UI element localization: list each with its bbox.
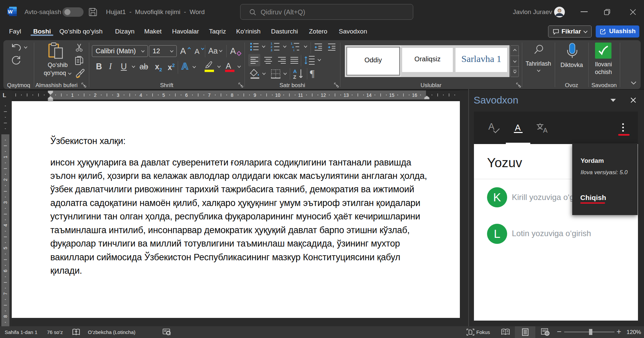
svg-text:6: 6 [3, 269, 8, 272]
svg-text:2: 2 [3, 178, 8, 181]
svg-text:5: 5 [3, 247, 8, 249]
svg-text:14: 14 [366, 92, 372, 97]
svg-text:A: A [293, 68, 297, 74]
svg-text:7: 7 [208, 92, 211, 97]
svg-text:13: 13 [343, 92, 349, 97]
svg-text:11: 11 [298, 92, 303, 97]
svg-text:12: 12 [321, 92, 326, 97]
svg-text:3: 3 [271, 49, 272, 51]
svg-text:4: 4 [140, 92, 142, 97]
svg-text:2: 2 [94, 92, 97, 97]
svg-text:2: 2 [271, 45, 272, 49]
svg-text:1: 1 [271, 42, 272, 45]
svg-text:a: a [292, 45, 294, 49]
svg-text:15: 15 [389, 92, 394, 97]
svg-text:1: 1 [71, 92, 74, 97]
svg-text:3: 3 [117, 92, 119, 97]
svg-text:i: i [293, 49, 294, 51]
svg-text:1: 1 [291, 42, 292, 45]
svg-text:3: 3 [3, 201, 8, 204]
svg-text:4: 4 [3, 224, 8, 226]
svg-text:5: 5 [162, 92, 165, 97]
svg-text:W: W [8, 9, 13, 14]
svg-text:8: 8 [231, 92, 233, 97]
svg-text:A: A [543, 127, 548, 134]
svg-text:1: 1 [3, 155, 8, 158]
svg-text:8: 8 [3, 315, 8, 318]
svg-text:9: 9 [254, 92, 256, 97]
svg-text:16: 16 [412, 92, 417, 97]
svg-text:Z: Z [293, 74, 296, 79]
svg-text:7: 7 [3, 292, 8, 295]
svg-text:10: 10 [275, 92, 280, 97]
svg-text:6: 6 [185, 92, 188, 97]
